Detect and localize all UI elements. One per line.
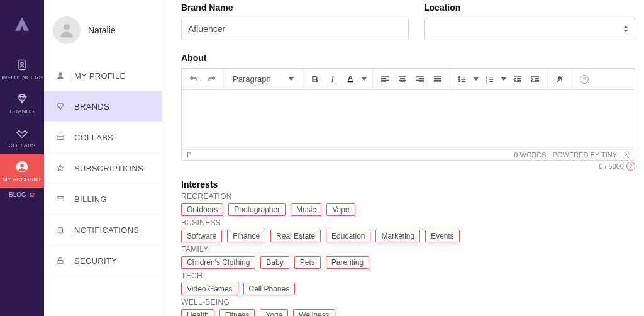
external-link-icon [29, 192, 35, 198]
chevron-down-icon [501, 77, 506, 81]
outdent-button[interactable] [509, 71, 526, 87]
interest-category: FAMILY [181, 245, 635, 254]
bold-button[interactable]: B [307, 71, 323, 87]
italic-button[interactable]: I [325, 71, 341, 87]
resize-handle-icon[interactable] [623, 152, 630, 158]
undo-button[interactable] [186, 71, 202, 87]
brand-name-input[interactable] [181, 18, 409, 40]
help-button[interactable]: ? [576, 71, 592, 87]
interest-tag[interactable]: Yoga [260, 309, 288, 316]
interest-tag[interactable]: Photographer [228, 203, 286, 216]
chevron-down-icon [362, 77, 367, 81]
main-content: Brand Name Location About Paragraph [162, 0, 644, 316]
interest-group: BUSINESSSoftwareFinanceReal EstateEducat… [181, 218, 635, 242]
nav-my-account[interactable]: MY ACCOUNT [0, 154, 44, 188]
align-center-button[interactable] [394, 71, 411, 87]
interest-tag[interactable]: Parenting [326, 256, 369, 269]
nav-label: BRANDS [10, 108, 35, 115]
nav-brands[interactable]: BRANDS [0, 86, 44, 120]
interest-tag[interactable]: Fitness [219, 309, 255, 316]
interest-tag[interactable]: Marketing [375, 230, 420, 242]
nav-rail: INFLUENCERS BRANDS COLLABS MY ACCOUNT BL… [0, 0, 44, 316]
interest-group: WELL-BEINGHealthFitnessYogaWellness [181, 298, 635, 316]
help-icon: ? [580, 75, 589, 84]
svg-rect-6 [57, 135, 64, 140]
interest-tag[interactable]: Wellness [293, 309, 335, 316]
svg-point-1 [21, 62, 23, 65]
editor-textarea[interactable] [182, 90, 635, 149]
block-format-label: Paragraph [233, 74, 271, 84]
nav-collabs[interactable]: COLLABS [0, 120, 44, 154]
interest-tag[interactable]: Events [425, 230, 460, 242]
interest-tag[interactable]: Finance [227, 230, 265, 242]
interest-tag[interactable]: Cell Phones [243, 283, 296, 295]
nav-label: COLLABS [9, 142, 36, 149]
sidebar-item-billing[interactable]: BILLING [44, 184, 162, 215]
collab-icon [55, 132, 65, 142]
svg-point-4 [64, 24, 70, 30]
sidebar-item-notifications[interactable]: NOTIFICATIONS [44, 215, 162, 245]
sidebar-user: Natalie [44, 0, 162, 60]
nav-influencers[interactable]: INFLUENCERS [0, 52, 44, 86]
align-justify-button[interactable] [430, 71, 446, 87]
interest-tag[interactable]: Baby [260, 256, 289, 269]
svg-rect-8 [58, 260, 63, 263]
numbered-list-button[interactable]: 123 [482, 71, 498, 87]
interest-group: FAMILYChildren's ClothingBabyPetsParenti… [181, 245, 635, 269]
powered-by: POWERED BY TINY [553, 151, 617, 159]
char-counter: 0 / 5000 [599, 162, 624, 170]
text-color-button[interactable] [342, 71, 358, 87]
interest-category: WELL-BEING [181, 298, 635, 307]
avatar [53, 16, 80, 44]
sidebar-item-label: SECURITY [74, 256, 117, 266]
indent-button[interactable] [527, 71, 543, 87]
bullet-list-more[interactable] [472, 71, 480, 87]
bullet-list-button[interactable] [454, 71, 470, 87]
select-arrows-icon [623, 26, 628, 32]
interest-tag[interactable]: Vape [326, 203, 355, 216]
svg-rect-9 [347, 81, 353, 82]
sidebar-item-label: MY PROFILE [74, 71, 126, 81]
clear-format-button[interactable] [552, 71, 568, 87]
interest-tag[interactable]: Outdoors [181, 203, 223, 216]
interest-tag[interactable]: Education [326, 230, 370, 242]
interest-category: BUSINESS [181, 218, 635, 227]
align-left-button[interactable] [377, 71, 393, 87]
numbered-list-more[interactable] [499, 71, 508, 87]
interests-title: Interests [181, 179, 635, 189]
redo-button[interactable] [203, 71, 219, 87]
editor-path: P [187, 151, 191, 159]
text-color-more[interactable] [360, 71, 369, 87]
interest-category: TECH [181, 271, 635, 280]
sidebar-item-brands[interactable]: BRANDS [44, 91, 162, 122]
sidebar-item-my-profile[interactable]: MY PROFILE [44, 60, 162, 91]
interest-tag[interactable]: Video Games [181, 283, 238, 295]
interest-tag[interactable]: Pets [294, 256, 321, 269]
counter-help-icon[interactable]: ? [626, 162, 635, 171]
nav-label: MY ACCOUNT [3, 176, 42, 183]
interest-tag[interactable]: Real Estate [270, 230, 321, 242]
diamond-icon [55, 101, 65, 111]
location-select[interactable] [424, 18, 635, 40]
sidebar-item-subscriptions[interactable]: SUBSCRIPTIONS [44, 153, 162, 184]
username: Natalie [88, 25, 116, 35]
diamond-icon [15, 92, 29, 106]
location-label: Location [424, 3, 635, 13]
block-format-select[interactable]: Paragraph [228, 74, 299, 84]
sidebar-menu: MY PROFILE BRANDS COLLABS SUBSCRIPTIONS … [44, 60, 162, 276]
sidebar-item-security[interactable]: SECURITY [44, 245, 162, 276]
editor-status-bar: P 0 WORDS POWERED BY TINY [182, 149, 635, 160]
svg-rect-7 [57, 197, 64, 201]
interest-tag[interactable]: Music [291, 203, 321, 216]
nav-blog[interactable]: BLOG [9, 191, 35, 198]
bell-icon [55, 225, 65, 235]
interest-tag[interactable]: Children's Clothing [181, 256, 255, 269]
interest-tag[interactable]: Health [181, 309, 214, 316]
interest-tag[interactable]: Software [181, 230, 222, 242]
user-circle-icon [15, 160, 29, 174]
account-sidebar: Natalie MY PROFILE BRANDS COLLABS SUBSCR… [44, 0, 162, 316]
sidebar-item-label: COLLABS [74, 133, 113, 142]
align-right-button[interactable] [412, 71, 428, 87]
handshake-icon [15, 126, 29, 140]
sidebar-item-collabs[interactable]: COLLABS [44, 122, 162, 153]
